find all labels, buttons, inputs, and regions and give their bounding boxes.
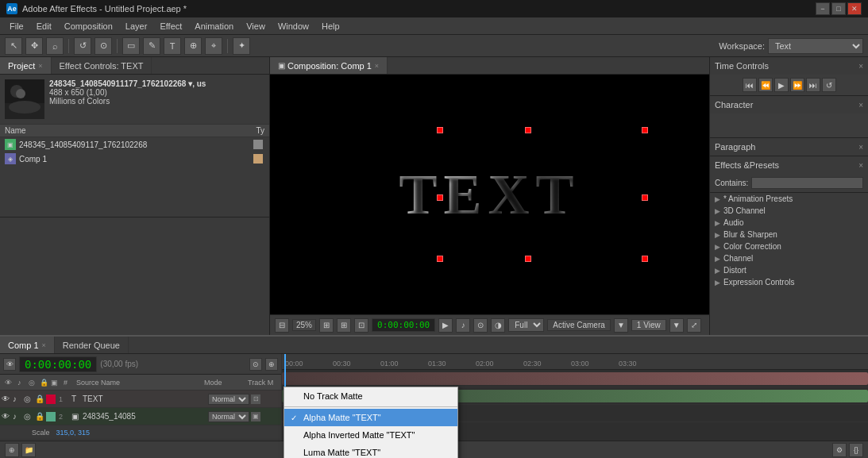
layer-lock[interactable]: 🔒 [33,412,44,421]
layer-mode-select[interactable]: Normal [208,394,249,405]
effect-item[interactable]: ▶ Color Correction [710,241,868,252]
menu-effect[interactable]: Effect [153,20,188,33]
layer-solo[interactable]: ◎ [22,412,33,421]
dropdown-item-luma-matte[interactable]: Luma Matte "TEXT" [284,444,457,458]
tab-project-close[interactable]: × [38,62,42,70]
tab-project[interactable]: Project × [0,57,52,74]
camera-arrow[interactable]: ▼ [614,318,628,333]
handle-tr[interactable] [642,127,648,133]
track-matte-icon[interactable]: ⊡ [251,394,260,404]
comp-viewport[interactable]: TEXT [270,75,709,314]
maximize-button[interactable]: □ [831,2,846,15]
dropdown-item-alpha-inverted[interactable]: Alpha Inverted Matte "TEXT" [284,426,457,444]
effect-item[interactable]: ▶ 3D Channel [710,205,868,217]
track-matte-dropdown[interactable]: No Track Matte ✓ Alpha Matte "TEXT" Alph… [284,387,458,458]
dropdown-item-no-matte[interactable]: No Track Matte [284,387,457,405]
tl-btn2[interactable]: ⊕ [265,358,278,371]
effects-close[interactable]: × [858,161,863,170]
tc-play[interactable]: ▶ [774,78,789,92]
dropdown-item-alpha-matte[interactable]: ✓ Alpha Matte "TEXT" [284,409,457,426]
handle-tl[interactable] [437,127,443,133]
menu-view[interactable]: View [240,20,272,33]
quality-select[interactable]: Full [508,318,544,332]
minimize-button[interactable]: − [816,2,830,15]
handle-tm[interactable] [525,127,531,133]
menu-window[interactable]: Window [272,20,315,33]
tc-prev[interactable]: ⏪ [758,78,773,92]
tc-last[interactable]: ⏭ [806,78,820,92]
tb-expressions[interactable]: {} [849,443,863,457]
handle-bm[interactable] [525,256,531,262]
handle-mr[interactable] [642,194,648,201]
tb-new-comp[interactable]: ⊕ [5,443,19,457]
layer-track-matte[interactable]: ⊡ [249,394,281,404]
tab-composition[interactable]: ▣ Composition: Comp 1 × [270,57,388,74]
handle-br[interactable] [642,256,648,262]
handle-bl[interactable] [437,256,443,262]
tl-visibility-toggle[interactable]: 👁 [3,358,16,371]
layer-row[interactable]: 👁 ♪ ◎ 🔒 1 T TEXT Normal ⊡ [0,391,281,408]
tool-pen[interactable]: ✎ [143,37,160,55]
layer-audio[interactable]: ♪ [11,394,22,403]
effect-item[interactable]: ▶ * Animation Presets [710,193,868,205]
tab-effect-controls[interactable]: Effect Controls: TEXT [52,57,152,74]
tool-text[interactable]: T [164,37,181,55]
tool-zoom[interactable]: ⌕ [46,37,64,55]
tl-btn1[interactable]: ⊙ [249,358,262,371]
zoom-in-btn[interactable]: ⊞ [319,318,334,333]
tab-comp1[interactable]: Comp 1 × [0,337,55,353]
play-btn[interactable]: ▶ [438,318,453,333]
layer-lock[interactable]: 🔒 [33,394,44,403]
workspace-dropdown[interactable]: Text [768,38,863,54]
tool-camera[interactable]: ⊙ [95,37,112,55]
menu-layer[interactable]: Layer [119,20,154,33]
layer-mode-select[interactable]: Normal [208,411,249,422]
character-close[interactable]: × [858,101,863,110]
tb-settings[interactable]: ⚙ [832,443,847,457]
list-item[interactable]: ◈ Comp 1 [0,152,269,166]
tab-render-queue[interactable]: Render Queue [55,337,129,353]
tc-next[interactable]: ⏩ [790,78,804,92]
layer-solo[interactable]: ◎ [22,394,33,403]
track-matte-icon[interactable]: ▣ [251,412,260,421]
tc-loop[interactable]: ↺ [822,78,836,92]
tc-first[interactable]: ⏮ [743,78,757,92]
grid-btn[interactable]: ⊞ [337,318,351,333]
layer-audio[interactable]: ♪ [11,412,22,421]
close-button[interactable]: ✕ [847,2,862,15]
tool-clone[interactable]: ⊕ [184,37,202,55]
effects-search-input[interactable] [751,177,863,189]
tab-comp1-close[interactable]: × [42,341,46,349]
list-item[interactable]: ▣ 248345_14085409117_1762102268 [0,137,269,152]
toggle-btn[interactable]: ⊙ [473,318,488,333]
effect-item[interactable]: ▶ Expression Controls [710,276,868,288]
zoom-out-btn[interactable]: ⊟ [275,318,289,333]
expand-btn[interactable]: ⤢ [687,318,701,333]
color-btn[interactable]: ◑ [491,318,505,333]
paragraph-close[interactable]: × [858,143,863,152]
effect-item[interactable]: ▶ Audio [710,217,868,229]
layer-eye[interactable]: 👁 [0,394,11,403]
layer-row[interactable]: 👁 ♪ ◎ 🔒 2 ▣ 248345_14085 Normal ▣ [0,408,281,425]
safe-zones-btn[interactable]: ⊡ [354,318,368,333]
tb-folder[interactable]: 📁 [21,443,36,457]
menu-composition[interactable]: Composition [58,20,119,33]
tool-paint[interactable]: ⌖ [205,37,222,55]
tool-hand[interactable]: ✥ [25,37,43,55]
menu-animation[interactable]: Animation [188,20,240,33]
time-controls-close[interactable]: × [858,62,863,71]
effect-item[interactable]: ▶ Channel [710,252,868,264]
tab-comp-close[interactable]: × [375,62,379,70]
tool-puppet[interactable]: ✦ [233,37,250,55]
menu-file[interactable]: File [3,20,30,33]
layer-track-matte[interactable]: ▣ [249,412,281,421]
effect-item[interactable]: ▶ Blur & Sharpen [710,229,868,241]
menu-edit[interactable]: Edit [30,20,58,33]
mute-btn[interactable]: ♪ [456,318,470,333]
effect-item[interactable]: ▶ Distort [710,264,868,276]
view-arrow[interactable]: ▼ [669,318,684,333]
menu-help[interactable]: Help [315,20,346,33]
tool-rotate[interactable]: ↺ [74,37,91,55]
tool-selection[interactable]: ↖ [5,37,22,55]
tool-rect-mask[interactable]: ▭ [122,37,140,55]
